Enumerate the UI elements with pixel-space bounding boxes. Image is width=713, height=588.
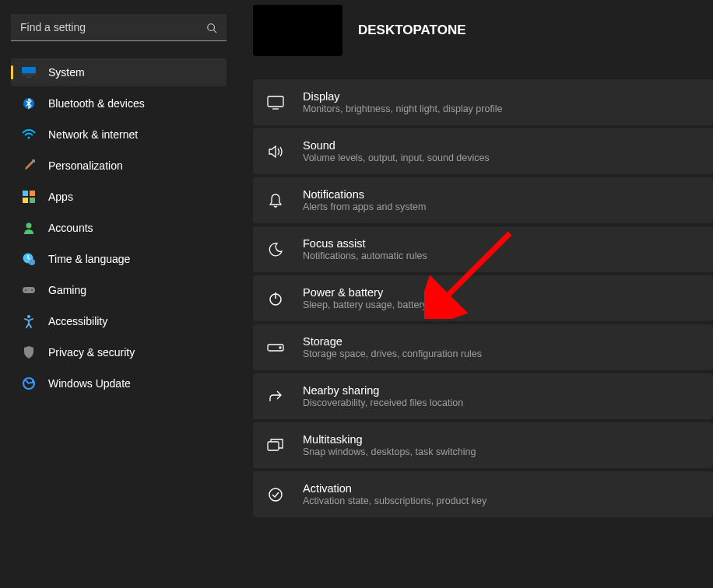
svg-rect-7 [32, 159, 35, 163]
svg-rect-26 [268, 442, 279, 450]
svg-rect-4 [26, 76, 32, 78]
sidebar: System Bluetooth & devices Network & int… [0, 0, 237, 588]
setting-display[interactable]: Display Monitors, brightness, night ligh… [253, 79, 713, 125]
nav-item-system[interactable]: System [11, 58, 227, 86]
setting-text: Multitasking Snap windows, desktops, tas… [303, 433, 476, 457]
nav-list: System Bluetooth & devices Network & int… [11, 58, 227, 397]
nav-item-gaming[interactable]: Gaming [11, 276, 227, 304]
bell-icon [267, 192, 284, 209]
moon-icon [267, 241, 284, 258]
nav-label: Network & internet [48, 128, 138, 141]
svg-point-6 [28, 137, 30, 139]
pc-thumbnail [253, 5, 342, 56]
nav-label: System [48, 66, 85, 79]
share-icon [267, 388, 284, 405]
setting-storage[interactable]: Storage Storage space, drives, configura… [253, 324, 713, 370]
person-icon [22, 221, 36, 235]
setting-subtitle: Snap windows, desktops, task switching [303, 446, 476, 457]
setting-text: Sound Volume levels, output, input, soun… [303, 139, 490, 163]
setting-text: Storage Storage space, drives, configura… [303, 335, 482, 359]
setting-focus-assist[interactable]: Focus assist Notifications, automatic ru… [253, 226, 713, 272]
display-icon [267, 94, 284, 111]
nav-label: Windows Update [48, 377, 131, 390]
svg-rect-15 [23, 287, 35, 293]
nav-item-apps[interactable]: Apps [11, 183, 227, 211]
setting-notifications[interactable]: Notifications Alerts from apps and syste… [253, 177, 713, 223]
setting-subtitle: Notifications, automatic rules [303, 250, 427, 261]
setting-text: Activation Activation state, subscriptio… [303, 482, 486, 506]
setting-subtitle: Monitors, brightness, night light, displ… [303, 103, 502, 114]
svg-point-18 [27, 315, 30, 318]
nav-label: Bluetooth & devices [48, 97, 145, 110]
setting-text: Focus assist Notifications, automatic ru… [303, 237, 427, 261]
gamepad-icon [22, 283, 36, 297]
svg-rect-11 [30, 198, 35, 203]
setting-multitasking[interactable]: Multitasking Snap windows, desktops, tas… [253, 422, 713, 468]
apps-icon [22, 190, 36, 204]
nav-item-time-language[interactable]: Time & language [11, 245, 227, 273]
svg-point-12 [26, 223, 32, 229]
setting-title: Notifications [303, 188, 426, 201]
setting-activation[interactable]: Activation Activation state, subscriptio… [253, 471, 713, 517]
nav-label: Personalization [48, 159, 123, 172]
setting-subtitle: Activation state, subscriptions, product… [303, 495, 486, 506]
svg-rect-8 [23, 191, 28, 196]
setting-title: Sound [303, 139, 490, 152]
check-circle-icon [267, 486, 284, 503]
nav-item-accessibility[interactable]: Accessibility [11, 307, 227, 335]
setting-sound[interactable]: Sound Volume levels, output, input, soun… [253, 128, 713, 174]
svg-rect-3 [22, 73, 36, 75]
nav-label: Gaming [48, 284, 86, 296]
setting-nearby-sharing[interactable]: Nearby sharing Discoverability, received… [253, 373, 713, 419]
shield-icon [22, 345, 36, 359]
setting-text: Nearby sharing Discoverability, received… [303, 384, 463, 408]
clock-globe-icon [22, 252, 36, 266]
paintbrush-icon [22, 159, 36, 173]
nav-label: Accessibility [48, 315, 107, 327]
setting-title: Focus assist [303, 237, 427, 250]
nav-label: Time & language [48, 253, 130, 265]
setting-title: Power & battery [303, 286, 454, 299]
setting-subtitle: Sleep, battery usage, battery saver [303, 299, 454, 310]
svg-rect-9 [30, 191, 35, 196]
nav-item-network[interactable]: Network & internet [11, 121, 227, 149]
pc-header: DESKTOPATONE [253, 5, 713, 56]
setting-subtitle: Storage space, drives, configuration rul… [303, 348, 482, 359]
setting-text: Notifications Alerts from apps and syste… [303, 188, 426, 212]
setting-title: Display [303, 90, 502, 103]
setting-subtitle: Discoverability, received files location [303, 397, 463, 408]
accessibility-icon [22, 314, 36, 328]
setting-text: Display Monitors, brightness, night ligh… [303, 90, 502, 114]
setting-title: Storage [303, 335, 482, 348]
nav-item-bluetooth[interactable]: Bluetooth & devices [11, 89, 227, 117]
setting-title: Multitasking [303, 433, 476, 446]
sound-icon [267, 143, 284, 160]
pc-name: DESKTOPATONE [358, 23, 466, 38]
nav-item-privacy[interactable]: Privacy & security [11, 338, 227, 366]
svg-point-14 [29, 259, 35, 265]
nav-label: Accounts [48, 222, 93, 234]
bluetooth-icon [22, 96, 36, 110]
main-content: DESKTOPATONE Display Monitors, brightnes… [237, 0, 713, 588]
svg-point-25 [279, 347, 281, 348]
settings-list: Display Monitors, brightness, night ligh… [253, 79, 713, 517]
svg-point-16 [25, 289, 26, 291]
storage-icon [267, 339, 284, 356]
setting-power-battery[interactable]: Power & battery Sleep, battery usage, ba… [253, 275, 713, 321]
setting-title: Activation [303, 482, 486, 495]
svg-point-27 [269, 488, 282, 501]
setting-title: Nearby sharing [303, 384, 463, 397]
setting-subtitle: Alerts from apps and system [303, 201, 426, 212]
nav-item-windows-update[interactable]: Windows Update [11, 369, 227, 397]
nav-item-personalization[interactable]: Personalization [11, 152, 227, 180]
nav-item-accounts[interactable]: Accounts [11, 214, 227, 242]
setting-text: Power & battery Sleep, battery usage, ba… [303, 286, 454, 310]
multitasking-icon [267, 437, 284, 454]
search-input[interactable] [11, 14, 227, 41]
nav-label: Privacy & security [48, 346, 135, 359]
svg-rect-10 [23, 198, 28, 203]
system-icon [22, 65, 36, 79]
update-icon [22, 376, 36, 390]
nav-label: Apps [48, 191, 73, 203]
search-container [11, 14, 227, 41]
